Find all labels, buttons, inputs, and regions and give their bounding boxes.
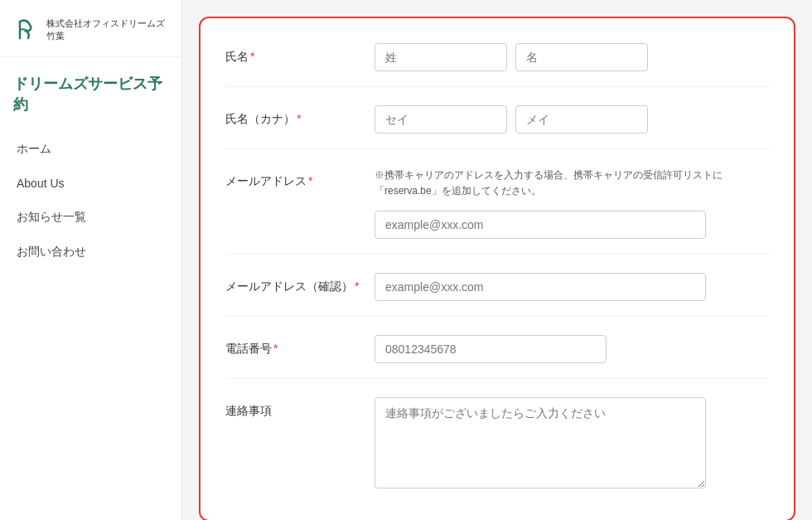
input-email[interactable] — [375, 211, 706, 239]
fields-email-confirm — [375, 273, 769, 301]
required-mark-email-confirm: * — [355, 279, 359, 293]
input-last-name-kana[interactable] — [375, 105, 507, 134]
sidebar-item-about[interactable]: About Us — [0, 167, 181, 200]
sidebar-title: ドリームズサービス予約 — [0, 66, 181, 132]
fields-name — [375, 43, 769, 71]
input-notes[interactable] — [375, 397, 706, 488]
sidebar-logo: 株式会社オフィスドリームズ竹葉 — [0, 17, 181, 57]
form-row-name-kana: 氏名（カナ）* — [225, 105, 769, 149]
form-card: 氏名* 氏名（カナ）* メールア — [199, 17, 795, 520]
label-email: メールアドレス* — [225, 168, 375, 189]
form-row-name: 氏名* — [225, 43, 769, 87]
fields-notes — [375, 397, 769, 488]
fields-name-kana-row — [375, 105, 769, 134]
logo-text: 株式会社オフィスドリームズ竹葉 — [46, 17, 168, 43]
logo-icon — [13, 17, 40, 43]
required-mark-phone: * — [273, 342, 278, 355]
required-mark-name: * — [250, 50, 254, 63]
input-phone[interactable] — [375, 335, 607, 363]
label-name: 氏名* — [225, 43, 375, 65]
required-mark-email: * — [308, 174, 312, 187]
label-email-confirm: メールアドレス（確認）* — [225, 273, 375, 294]
sidebar: 株式会社オフィスドリームズ竹葉 ドリームズサービス予約 ホーム About Us… — [0, 0, 182, 520]
fields-name-row — [375, 43, 769, 71]
label-phone: 電話番号* — [225, 335, 375, 357]
sidebar-item-home[interactable]: ホーム — [0, 132, 181, 167]
input-first-name[interactable] — [515, 43, 648, 71]
form-row-email-confirm: メールアドレス（確認）* — [225, 273, 769, 317]
label-name-kana: 氏名（カナ）* — [225, 105, 375, 127]
input-email-confirm[interactable] — [375, 273, 706, 301]
sidebar-nav: ホーム About Us お知らせ一覧 お問い合わせ — [0, 132, 181, 270]
sidebar-item-news[interactable]: お知らせ一覧 — [0, 200, 181, 235]
sidebar-item-contact[interactable]: お問い合わせ — [0, 235, 181, 270]
label-notes: 連絡事項 — [225, 397, 375, 419]
input-last-name[interactable] — [375, 43, 507, 71]
required-mark-kana: * — [297, 112, 301, 125]
form-row-notes: 連絡事項 — [225, 397, 769, 503]
email-note: ※携帯キャリアのアドレスを入力する場合、携帯キャリアの受信許可リストに「rese… — [375, 168, 769, 199]
fields-email: ※携帯キャリアのアドレスを入力する場合、携帯キャリアの受信許可リストに「rese… — [375, 168, 769, 239]
main-content: 氏名* 氏名（カナ）* メールア — [182, 0, 812, 520]
form-row-phone: 電話番号* — [225, 335, 769, 379]
form-row-email: メールアドレス* ※携帯キャリアのアドレスを入力する場合、携帯キャリアの受信許可… — [225, 168, 769, 255]
input-first-name-kana[interactable] — [515, 105, 648, 134]
fields-phone — [375, 335, 769, 363]
fields-name-kana — [375, 105, 769, 134]
